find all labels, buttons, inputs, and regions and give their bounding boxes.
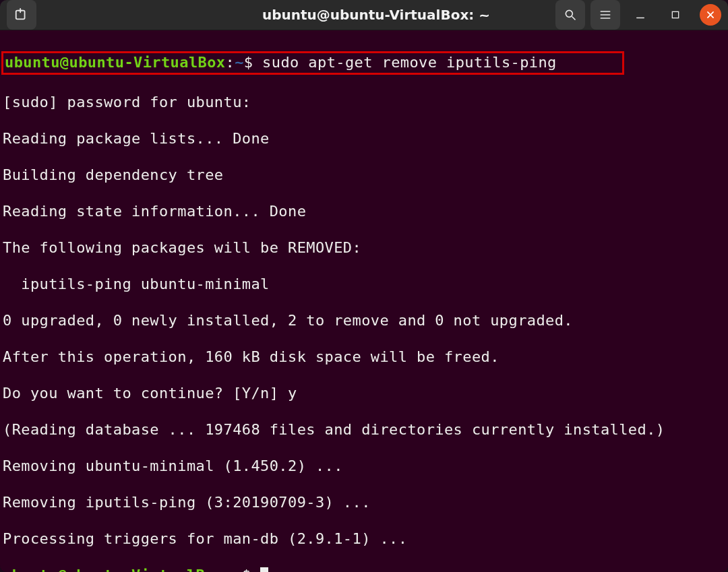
close-button[interactable]	[700, 4, 721, 26]
command-text: sudo apt-get remove iputils-ping	[262, 54, 557, 71]
output-line: Processing triggers for man-db (2.9.1-1)…	[3, 530, 725, 548]
output-line: Building dependency tree	[3, 166, 725, 184]
output-line: Reading package lists... Done	[3, 129, 725, 148]
minimize-button[interactable]	[626, 0, 655, 30]
close-icon	[706, 10, 715, 20]
menu-button[interactable]	[590, 0, 620, 30]
svg-point-1	[566, 10, 572, 17]
output-line: (Reading database ... 197468 files and d…	[3, 420, 725, 439]
maximize-icon	[670, 9, 681, 20]
maximize-button[interactable]	[661, 0, 690, 30]
output-line: Removing iputils-ping (3:20190709-3) ...	[3, 493, 725, 511]
prompt-path: ~	[235, 54, 244, 71]
minimize-icon	[634, 9, 646, 21]
output-line: iputils-ping ubuntu-minimal	[3, 275, 725, 293]
prompt-user-host: ubuntu@ubuntu-VirtualBox	[3, 567, 223, 572]
hamburger-icon	[599, 8, 612, 22]
output-line: Reading state information... Done	[3, 202, 725, 220]
command-highlight: ubuntu@ubuntu-VirtualBox:~$ sudo apt-get…	[1, 51, 624, 75]
window-title: ubuntu@ubuntu-VirtualBox: ~	[202, 7, 550, 23]
svg-rect-7	[672, 11, 678, 18]
output-line: 0 upgraded, 0 newly installed, 2 to remo…	[3, 311, 725, 329]
prompt-user-host: ubuntu@ubuntu-VirtualBox	[5, 54, 225, 71]
search-button[interactable]	[555, 0, 585, 30]
new-tab-button[interactable]	[7, 0, 36, 30]
output-line: Removing ubuntu-minimal (1.450.2) ...	[3, 457, 725, 475]
prompt-path: ~	[233, 567, 242, 572]
new-tab-icon	[14, 7, 29, 22]
terminal-window: ubuntu@ubuntu-VirtualBox: ~	[0, 0, 728, 572]
output-line: After this operation, 160 kB disk space …	[3, 348, 725, 366]
prompt-line-2: ubuntu@ubuntu-VirtualBox:~$	[3, 566, 725, 572]
prompt-line-1: ubuntu@ubuntu-VirtualBox:~$ sudo apt-get…	[3, 51, 725, 75]
output-line: [sudo] password for ubuntu:	[3, 93, 725, 111]
search-icon	[564, 8, 577, 22]
svg-line-2	[572, 17, 576, 20]
titlebar: ubuntu@ubuntu-VirtualBox: ~	[0, 0, 728, 30]
cursor	[260, 567, 268, 572]
output-line: The following packages will be REMOVED:	[3, 239, 725, 257]
terminal-body[interactable]: ubuntu@ubuntu-VirtualBox:~$ sudo apt-get…	[0, 30, 728, 572]
output-line: Do you want to continue? [Y/n] y	[3, 384, 725, 402]
